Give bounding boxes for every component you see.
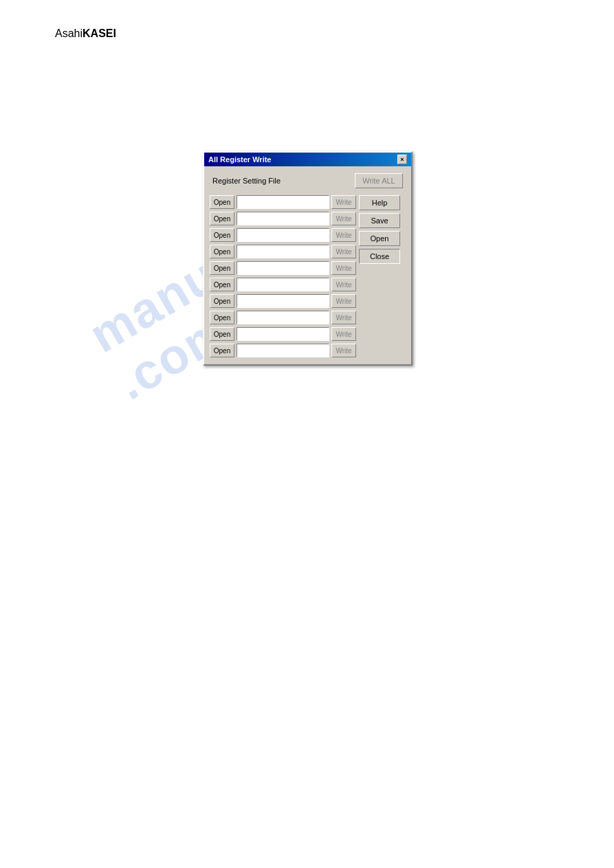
write-button-10[interactable]: Write <box>331 344 356 357</box>
file-row-10: Open Write <box>210 344 356 357</box>
logo: AsahiKASEI <box>55 27 116 40</box>
close-button[interactable]: Close <box>359 249 400 264</box>
all-register-write-dialog: All Register Write × Register Setting Fi… <box>203 151 413 366</box>
file-row-5: Open Write <box>210 261 356 275</box>
file-rows-section: Open Write Open Write Open Write <box>210 195 356 359</box>
open-button-1[interactable]: Open <box>210 195 234 209</box>
logo-part2: KASEI <box>83 27 116 39</box>
write-button-6[interactable]: Write <box>331 278 356 291</box>
write-button-2[interactable]: Write <box>331 212 356 225</box>
open-file-button[interactable]: Open <box>359 231 400 246</box>
file-input-5[interactable] <box>237 261 329 275</box>
file-input-9[interactable] <box>237 327 329 341</box>
file-input-7[interactable] <box>237 294 329 308</box>
open-button-4[interactable]: Open <box>210 245 234 258</box>
file-input-4[interactable] <box>237 245 329 258</box>
write-button-4[interactable]: Write <box>331 245 356 258</box>
dialog-header-row: Register Setting File Write ALL <box>210 172 406 190</box>
write-button-9[interactable]: Write <box>331 327 356 341</box>
open-button-2[interactable]: Open <box>210 212 234 225</box>
file-input-6[interactable] <box>237 278 329 291</box>
open-button-8[interactable]: Open <box>210 311 234 324</box>
write-button-7[interactable]: Write <box>331 294 356 308</box>
open-button-7[interactable]: Open <box>210 294 234 308</box>
rows-container: Open Write Open Write Open Write <box>210 195 406 359</box>
write-button-8[interactable]: Write <box>331 311 356 324</box>
dialog-title: All Register Write <box>208 155 272 164</box>
side-buttons-section: Help Save Open Close <box>359 195 406 359</box>
file-row-9: Open Write <box>210 327 356 341</box>
file-input-3[interactable] <box>237 228 329 242</box>
file-row-7: Open Write <box>210 294 356 308</box>
file-row-8: Open Write <box>210 311 356 324</box>
open-button-9[interactable]: Open <box>210 327 234 341</box>
dialog-close-button[interactable]: × <box>397 155 407 164</box>
open-button-6[interactable]: Open <box>210 278 234 291</box>
file-input-10[interactable] <box>237 344 329 357</box>
write-button-5[interactable]: Write <box>331 261 356 275</box>
file-row-4: Open Write <box>210 245 356 258</box>
open-button-10[interactable]: Open <box>210 344 234 357</box>
register-setting-file-label: Register Setting File <box>212 177 281 185</box>
dialog-titlebar: All Register Write × <box>204 153 411 166</box>
file-row-2: Open Write <box>210 212 356 225</box>
help-button[interactable]: Help <box>359 195 400 210</box>
file-row-6: Open Write <box>210 278 356 291</box>
file-row-1: Open Write <box>210 195 356 209</box>
dialog-backdrop: All Register Write × Register Setting Fi… <box>203 151 413 366</box>
file-input-8[interactable] <box>237 311 329 324</box>
logo-part1: Asahi <box>55 27 83 39</box>
write-all-button[interactable]: Write ALL <box>355 173 403 188</box>
write-button-3[interactable]: Write <box>331 228 356 242</box>
file-input-1[interactable] <box>237 195 329 209</box>
write-button-1[interactable]: Write <box>331 195 356 209</box>
file-row-3: Open Write <box>210 228 356 242</box>
open-button-5[interactable]: Open <box>210 261 234 275</box>
file-input-2[interactable] <box>237 212 329 225</box>
open-button-3[interactable]: Open <box>210 228 234 242</box>
dialog-content: Register Setting File Write ALL Open Wri… <box>204 166 411 364</box>
save-button[interactable]: Save <box>359 213 400 228</box>
